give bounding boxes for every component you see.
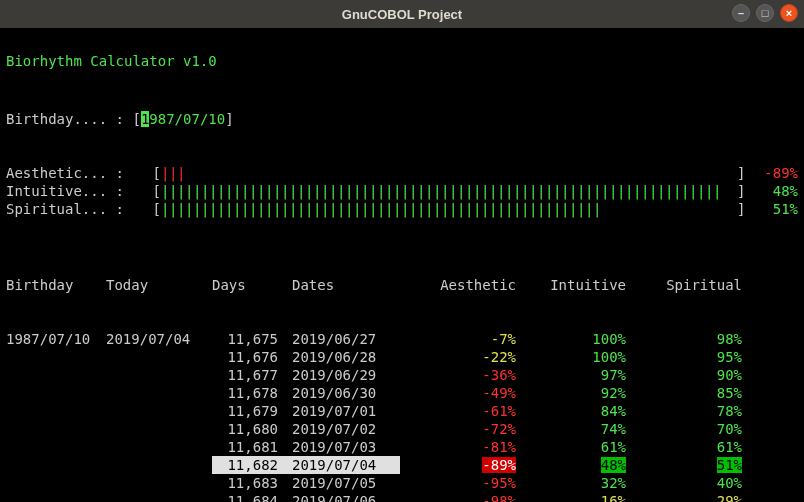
bar-1: Intuitive... : [||||||||||||||||||||||||… [6, 182, 798, 200]
terminal[interactable]: Biorhythm Calculator v1.0 Birthday.... :… [0, 28, 804, 502]
bar-gauge: ||||||||||||||||||||||||||||||||||||||||… [161, 200, 737, 218]
table-row[interactable]: 1987/07/102019/07/0411,6752019/06/27-7%1… [6, 330, 798, 348]
cell-birthday: 1987/07/10 [6, 330, 106, 348]
cell-intuitive: 32% [530, 474, 640, 492]
cell-aesthetic: -61% [400, 402, 530, 420]
bar-gauge: ||||||||||||||||||||||||||||||||||||||||… [161, 182, 737, 200]
table-row[interactable]: 11,6772019/06/29-36%97%90% [6, 366, 798, 384]
cell-today [106, 348, 212, 366]
bar-2: Spiritual... : [||||||||||||||||||||||||… [6, 200, 798, 218]
bracket-close: ] [737, 182, 745, 200]
bracket-close: ] [737, 164, 745, 182]
table-row[interactable]: 11,6822019/07/04-89%48%51% [6, 456, 798, 474]
cell-intuitive: 48% [530, 456, 640, 474]
col-intuitive: Intuitive [530, 276, 640, 294]
cell-aesthetic: -22% [400, 348, 530, 366]
cell-today [106, 366, 212, 384]
cell-birthday [6, 384, 106, 402]
cell-aesthetic: -36% [400, 366, 530, 384]
col-spiritual: Spiritual [640, 276, 742, 294]
cell-date: 2019/06/29 [292, 366, 400, 384]
cell-days: 11,680 [212, 420, 292, 438]
cell-today [106, 438, 212, 456]
cell-days: 11,677 [212, 366, 292, 384]
cell-birthday [6, 474, 106, 492]
cell-date: 2019/07/05 [292, 474, 400, 492]
cell-aesthetic: -72% [400, 420, 530, 438]
cell-birthday [6, 366, 106, 384]
bracket-open: [ [153, 200, 161, 218]
bar-gauge: ||| [161, 164, 737, 182]
table-row[interactable]: 11,6802019/07/02-72%74%70% [6, 420, 798, 438]
cell-aesthetic: -49% [400, 384, 530, 402]
cell-birthday [6, 420, 106, 438]
bracket-close: ] [225, 111, 233, 127]
cell-days: 11,683 [212, 474, 292, 492]
cell-today [106, 384, 212, 402]
cell-date: 2019/06/28 [292, 348, 400, 366]
bar-pct: -89% [745, 164, 798, 182]
cell-spiritual: 95% [640, 348, 742, 366]
cell-birthday [6, 348, 106, 366]
close-button[interactable]: × [780, 4, 798, 22]
cell-days: 11,679 [212, 402, 292, 420]
cell-aesthetic: -81% [400, 438, 530, 456]
cell-spiritual: 90% [640, 366, 742, 384]
minimize-button[interactable]: – [732, 4, 750, 22]
cell-intuitive: 61% [530, 438, 640, 456]
table-row[interactable]: 11,6792019/07/01-61%84%78% [6, 402, 798, 420]
col-aesthetic: Aesthetic [400, 276, 530, 294]
cell-days: 11,682 [212, 456, 292, 474]
window-buttons: – □ × [732, 4, 798, 22]
cell-birthday [6, 456, 106, 474]
bracket-close: ] [737, 200, 745, 218]
cell-intuitive: 84% [530, 402, 640, 420]
cell-intuitive: 97% [530, 366, 640, 384]
cell-days: 11,675 [212, 330, 292, 348]
maximize-button[interactable]: □ [756, 4, 774, 22]
bar-pct: 51% [745, 200, 798, 218]
cell-today [106, 402, 212, 420]
cell-date: 2019/07/03 [292, 438, 400, 456]
cell-birthday [6, 492, 106, 502]
cell-birthday [6, 438, 106, 456]
cell-spiritual: 85% [640, 384, 742, 402]
cell-days: 11,678 [212, 384, 292, 402]
cell-date: 2019/06/30 [292, 384, 400, 402]
cell-date: 2019/07/01 [292, 402, 400, 420]
cell-today: 2019/07/04 [106, 330, 212, 348]
cell-intuitive: 16% [530, 492, 640, 502]
table-row[interactable]: 11,6842019/07/06-98%16%29% [6, 492, 798, 502]
cell-spiritual: 40% [640, 474, 742, 492]
table-row[interactable]: 11,6782019/06/30-49%92%85% [6, 384, 798, 402]
col-today: Today [106, 276, 212, 294]
bracket-open: [ [153, 182, 161, 200]
cell-intuitive: 92% [530, 384, 640, 402]
birthday-input-value[interactable]: 987/07/10 [149, 111, 225, 127]
table-row[interactable]: 11,6832019/07/05-95%32%40% [6, 474, 798, 492]
cell-date: 2019/07/06 [292, 492, 400, 502]
cell-intuitive: 100% [530, 330, 640, 348]
bar-0: Aesthetic... : [||| ]-89% [6, 164, 798, 182]
cell-today [106, 420, 212, 438]
cell-spiritual: 78% [640, 402, 742, 420]
bracket-open: [ [132, 111, 140, 127]
cell-today [106, 456, 212, 474]
window-titlebar: GnuCOBOL Project – □ × [0, 0, 804, 28]
table-row[interactable]: 11,6812019/07/03-81%61%61% [6, 438, 798, 456]
window-title: GnuCOBOL Project [342, 7, 462, 22]
cell-intuitive: 74% [530, 420, 640, 438]
birthday-input-line: Birthday.... : [1987/07/10] [6, 110, 798, 128]
table-row[interactable]: 11,6762019/06/28-22%100%95% [6, 348, 798, 366]
cell-today [106, 474, 212, 492]
cell-birthday [6, 402, 106, 420]
cell-spiritual: 29% [640, 492, 742, 502]
col-days: Days [212, 276, 292, 294]
cell-date: 2019/06/27 [292, 330, 400, 348]
cell-aesthetic: -95% [400, 474, 530, 492]
cell-intuitive: 100% [530, 348, 640, 366]
cell-spiritual: 70% [640, 420, 742, 438]
col-birthday: Birthday [6, 276, 106, 294]
col-dates: Dates [292, 276, 400, 294]
cell-aesthetic: -89% [400, 456, 530, 474]
